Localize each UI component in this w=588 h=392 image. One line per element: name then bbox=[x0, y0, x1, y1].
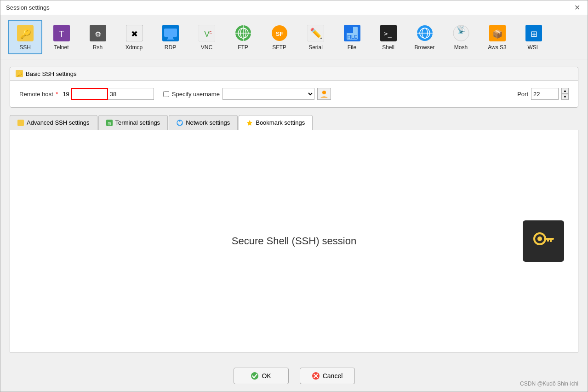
port-spinner: ▲ ▼ bbox=[561, 88, 569, 100]
port-label: Port bbox=[517, 91, 528, 98]
svg-point-49 bbox=[181, 123, 183, 125]
protocol-ftp[interactable]: FTP bbox=[226, 20, 260, 54]
svg-rect-43 bbox=[17, 120, 24, 126]
close-button[interactable]: ✕ bbox=[572, 3, 582, 13]
shell-icon: >_ bbox=[379, 24, 398, 42]
vnc-label: VNC bbox=[201, 44, 212, 51]
session-description: Secure Shell (SSH) session bbox=[232, 235, 356, 247]
bottom-bar: OK Cancel bbox=[0, 360, 588, 392]
svg-text:📦: 📦 bbox=[492, 29, 503, 39]
aws-s3-icon: 📦 bbox=[488, 24, 507, 42]
file-icon: FILE bbox=[343, 24, 361, 42]
protocol-sftp[interactable]: SF SFTP bbox=[262, 20, 297, 54]
svg-text:FILE: FILE bbox=[347, 35, 357, 40]
xdmcp-label: Xdmcp bbox=[126, 44, 143, 51]
svg-text:c: c bbox=[209, 30, 211, 35]
aws-s3-label: Aws S3 bbox=[488, 44, 506, 51]
username-select[interactable] bbox=[223, 88, 314, 100]
tab-network-label: Network settings bbox=[186, 119, 230, 126]
content-area: 🔑 Basic SSH settings Remote host * 19 38 bbox=[0, 59, 588, 360]
avatar-button[interactable] bbox=[317, 88, 331, 100]
tab-bookmark-label: Bookmark settings bbox=[256, 119, 305, 126]
cancel-button[interactable]: Cancel bbox=[300, 368, 355, 384]
protocol-ssh[interactable]: 🔑 SSH bbox=[8, 20, 42, 54]
protocol-mosh[interactable]: 📡 Mosh bbox=[444, 20, 478, 54]
protocol-telnet[interactable]: T Telnet bbox=[44, 20, 79, 54]
basic-settings-header: 🔑 Basic SSH settings bbox=[10, 67, 578, 81]
protocol-bar: 🔑 SSH T Telnet ⚙ Rsh bbox=[0, 15, 588, 59]
key-icon bbox=[530, 227, 557, 255]
ok-button[interactable]: OK bbox=[234, 368, 289, 384]
svg-rect-54 bbox=[550, 240, 552, 242]
host-prefix: 19 bbox=[61, 91, 71, 98]
protocol-browser[interactable]: Browser bbox=[407, 20, 442, 54]
shell-label: Shell bbox=[382, 44, 394, 51]
protocol-file[interactable]: FILE File bbox=[335, 20, 369, 54]
protocol-shell[interactable]: >_ Shell bbox=[371, 20, 405, 54]
session-settings-dialog: Session settings ✕ 🔑 SSH T Telnet bbox=[0, 0, 588, 392]
rsh-label: Rsh bbox=[93, 44, 103, 51]
avatar-icon bbox=[320, 89, 329, 98]
basic-settings-section: 🔑 Basic SSH settings Remote host * 19 38 bbox=[10, 67, 578, 108]
host-suffix: 38 bbox=[108, 88, 154, 100]
svg-text:🔑: 🔑 bbox=[19, 28, 31, 39]
svg-point-42 bbox=[322, 91, 326, 94]
host-input-group: 19 38 bbox=[61, 88, 154, 100]
remote-host-input[interactable] bbox=[71, 88, 108, 100]
protocol-xdmcp[interactable]: ✖ Xdmcp bbox=[117, 20, 151, 54]
tab-bookmark[interactable]: Bookmark settings bbox=[239, 115, 313, 130]
ftp-icon bbox=[234, 24, 252, 42]
footer-credit: CSDN @Kudō Shin-ichi bbox=[520, 380, 578, 387]
tab-terminal[interactable]: ⊞ Terminal settings bbox=[98, 115, 168, 130]
tab-content-area: Secure Shell (SSH) session bbox=[10, 130, 578, 352]
basic-settings-content: Remote host * 19 38 Specify username bbox=[10, 81, 578, 107]
tabs-section: Advanced SSH settings ⊞ Terminal setting… bbox=[10, 115, 578, 352]
tab-terminal-label: Terminal settings bbox=[115, 119, 160, 126]
advanced-ssh-tab-icon bbox=[17, 120, 24, 126]
port-group: Port ▲ ▼ bbox=[517, 88, 569, 100]
svg-text:SF: SF bbox=[275, 30, 283, 37]
rsh-icon: ⚙ bbox=[89, 24, 107, 42]
specify-username-checkbox[interactable] bbox=[163, 91, 169, 97]
protocol-serial[interactable]: ✏️ Serial bbox=[298, 20, 333, 54]
mosh-label: Mosh bbox=[454, 44, 468, 51]
protocol-vnc[interactable]: V c VNC bbox=[189, 20, 224, 54]
svg-rect-11 bbox=[167, 39, 174, 40]
svg-point-47 bbox=[179, 120, 181, 121]
browser-icon bbox=[416, 24, 434, 42]
protocol-rsh[interactable]: ⚙ Rsh bbox=[80, 20, 115, 54]
port-input[interactable] bbox=[531, 88, 559, 100]
dialog-title: Session settings bbox=[6, 4, 50, 11]
sftp-label: SFTP bbox=[272, 44, 286, 51]
port-increment[interactable]: ▲ bbox=[561, 88, 569, 94]
protocol-wsl[interactable]: ⊞ WSL bbox=[516, 20, 551, 54]
protocol-aws-s3[interactable]: 📦 Aws S3 bbox=[480, 20, 514, 54]
svg-text:T: T bbox=[59, 29, 64, 39]
file-label: File bbox=[348, 44, 356, 51]
serial-label: Serial bbox=[308, 44, 323, 51]
serial-icon: ✏️ bbox=[307, 24, 325, 42]
ssh-label: SSH bbox=[19, 44, 31, 51]
rdp-label: RDP bbox=[165, 44, 176, 51]
remote-host-group: Remote host * 19 38 bbox=[19, 88, 154, 100]
ssh-icon: 🔑 bbox=[16, 24, 34, 42]
tab-advanced-ssh[interactable]: Advanced SSH settings bbox=[10, 115, 97, 130]
protocol-rdp[interactable]: RDP bbox=[153, 20, 188, 54]
svg-text:V: V bbox=[204, 29, 209, 39]
tab-bar: Advanced SSH settings ⊞ Terminal setting… bbox=[10, 115, 578, 130]
svg-rect-10 bbox=[168, 37, 173, 39]
ssh-key-icon-box bbox=[523, 220, 564, 262]
svg-rect-53 bbox=[544, 238, 554, 240]
port-decrement[interactable]: ▼ bbox=[561, 94, 569, 100]
rdp-icon bbox=[161, 24, 180, 42]
svg-text:⊞: ⊞ bbox=[108, 121, 111, 126]
ftp-label: FTP bbox=[238, 44, 248, 51]
svg-text:✏️: ✏️ bbox=[309, 27, 322, 40]
network-tab-icon bbox=[177, 120, 183, 126]
svg-point-52 bbox=[537, 236, 542, 241]
svg-text:✖: ✖ bbox=[131, 29, 137, 39]
cancel-icon bbox=[312, 372, 320, 380]
bookmark-tab-icon bbox=[246, 120, 253, 126]
remote-host-label: Remote host * bbox=[19, 91, 58, 98]
tab-network[interactable]: Network settings bbox=[169, 115, 238, 130]
